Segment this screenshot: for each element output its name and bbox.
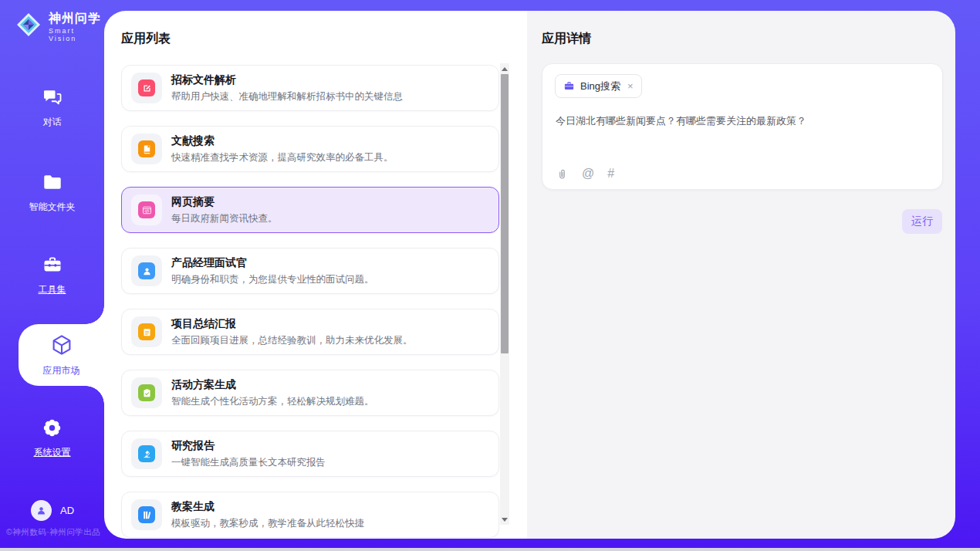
app-detail-panel: 应用详情 Bing搜索 × 今日湖北有哪些新闻要点？有哪些需要关注的最新政策？ [527, 11, 955, 539]
app-card-web-summary[interactable]: 网页摘要 每日政府新闻资讯快查。 [121, 187, 499, 233]
microscope-icon [138, 445, 155, 462]
mention-icon[interactable]: @ [582, 167, 594, 181]
books-icon [138, 506, 155, 523]
sidebar: 神州问学 Smart Vision 对话 智能文件夹 [0, 0, 104, 548]
web-code-icon [138, 201, 155, 218]
app-description: 智能生成个性化活动方案，轻松解决规划难题。 [171, 395, 374, 408]
app-detail-title: 应用详情 [542, 31, 591, 47]
briefcase-icon [563, 80, 575, 92]
input-toolbar: @ # [556, 167, 614, 181]
app-title: 网页摘要 [171, 195, 278, 209]
sidebar-item-label: 对话 [43, 116, 62, 129]
clipboard-check-icon [138, 384, 155, 401]
app-title: 产品经理面试官 [171, 256, 374, 270]
brand-logo: 神州问学 Smart Vision [14, 10, 104, 42]
user-account[interactable]: AD [31, 500, 74, 521]
interviewer-icon [138, 262, 155, 279]
scrollbar-up-button[interactable] [500, 63, 509, 74]
app-description: 快速精准查找学术资源，提高研究效率的必备工具。 [171, 151, 394, 164]
app-list-title: 应用列表 [121, 31, 171, 47]
sidebar-item-smart-folder[interactable]: 智能文件夹 [0, 171, 104, 214]
run-button[interactable]: 运行 [902, 209, 942, 234]
bubble-notch-top [86, 306, 104, 324]
app-title: 招标文件解析 [171, 73, 403, 87]
tool-chip-bing-search[interactable]: Bing搜索 × [555, 74, 642, 98]
app-list-scrollbar[interactable] [500, 63, 509, 525]
app-title: 文献搜索 [171, 134, 394, 148]
sidebar-item-settings[interactable]: 系统设置 [0, 417, 104, 459]
chat-icon [42, 86, 63, 111]
user-initials: AD [60, 505, 74, 516]
avatar [31, 500, 52, 521]
app-card-research-report[interactable]: 研究报告 一键智能生成高质量长文本研究报告 [121, 431, 499, 477]
app-list-panel: 应用列表 招标文件解析 帮助用户快速、准确地理解和解析招标书中的关键信息 [104, 11, 527, 539]
book-icon [138, 140, 155, 157]
paperclip-icon[interactable] [556, 167, 569, 181]
app-description: 一键智能生成高质量长文本研究报告 [171, 456, 326, 469]
hash-icon[interactable]: # [607, 167, 614, 181]
main-content: 应用列表 招标文件解析 帮助用户快速、准确地理解和解析招标书中的关键信息 [104, 11, 955, 539]
gear-icon [42, 417, 63, 441]
app-card-literature-search[interactable]: 文献搜索 快速精准查找学术资源，提高研究效率的必备工具。 [121, 126, 499, 172]
brand-name: 神州问学 [49, 11, 104, 27]
sidebar-item-label: 系统设置 [34, 446, 71, 459]
app-card-pm-interviewer[interactable]: 产品经理面试官 明确身份和职责，为您提供专业性的面试问题。 [121, 248, 499, 294]
app-frame: 神州问学 Smart Vision 对话 智能文件夹 [0, 0, 980, 548]
cube-icon [50, 333, 73, 360]
app-card-event-plan[interactable]: 活动方案生成 智能生成个性化活动方案，轻松解决规划难题。 [121, 370, 499, 416]
pen-square-icon [138, 79, 155, 96]
sidebar-item-label: 应用市场 [43, 364, 80, 377]
sidebar-item-app-market[interactable]: 应用市场 [19, 324, 104, 386]
bubble-notch-bottom [86, 386, 104, 404]
app-cards: 招标文件解析 帮助用户快速、准确地理解和解析招标书中的关键信息 文献搜索 快速精… [121, 65, 499, 538]
note-icon [138, 323, 155, 340]
sidebar-item-label: 工具集 [39, 283, 66, 296]
app-card-bid-analysis[interactable]: 招标文件解析 帮助用户快速、准确地理解和解析招标书中的关键信息 [121, 65, 499, 111]
prompt-card: Bing搜索 × 今日湖北有哪些新闻要点？有哪些需要关注的最新政策？ @ # [542, 63, 943, 190]
app-description: 明确身份和职责，为您提供专业性的面试问题。 [171, 273, 374, 286]
app-description: 全面回顾项目进展，总结经验教训，助力未来优化发展。 [171, 334, 413, 347]
scrollbar-down-button[interactable] [500, 514, 509, 525]
app-title: 活动方案生成 [171, 378, 374, 392]
app-description: 帮助用户快速、准确地理解和解析招标书中的关键信息 [171, 90, 403, 103]
copyright-footer: ©神州数码·神州问学出品 [6, 527, 104, 538]
query-input[interactable]: 今日湖北有哪些新闻要点？有哪些需要关注的最新政策？ [556, 113, 927, 129]
app-description: 每日政府新闻资讯快查。 [171, 212, 278, 225]
tool-chip-label: Bing搜索 [580, 79, 620, 93]
app-title: 项目总结汇报 [171, 317, 413, 331]
sidebar-item-label: 智能文件夹 [29, 201, 76, 214]
toolbox-icon [42, 254, 63, 279]
app-card-project-summary[interactable]: 项目总结汇报 全面回顾项目进展，总结经验教训，助力未来优化发展。 [121, 309, 499, 355]
scrollbar-thumb[interactable] [501, 74, 509, 353]
app-title: 教案生成 [171, 500, 364, 514]
close-icon[interactable]: × [627, 80, 634, 92]
brand-subtitle: Smart Vision [49, 27, 104, 42]
app-title: 研究报告 [171, 439, 326, 453]
diamond-logo-icon [14, 10, 43, 42]
folder-icon [42, 171, 63, 196]
app-description: 模板驱动，教案秒成，教学准备从此轻松快捷 [171, 517, 364, 530]
sidebar-item-toolset[interactable]: 工具集 [0, 254, 104, 296]
sidebar-item-chat[interactable]: 对话 [0, 86, 104, 129]
app-card-lesson-plan[interactable]: 教案生成 模板驱动，教案秒成，教学准备从此轻松快捷 [121, 492, 499, 538]
